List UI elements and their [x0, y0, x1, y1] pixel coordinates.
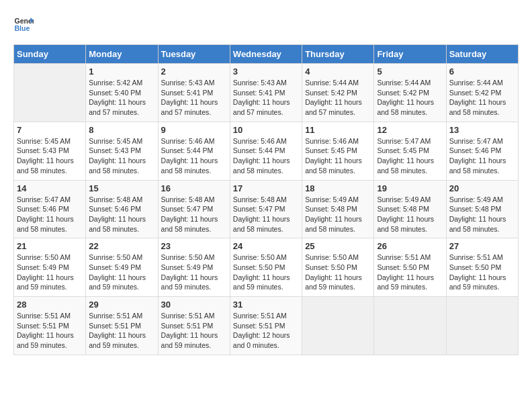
day-number: 26 — [377, 241, 443, 251]
day-info: Sunrise: 5:43 AM Sunset: 5:41 PM Dayligh… — [233, 78, 299, 118]
day-info: Sunrise: 5:48 AM Sunset: 5:47 PM Dayligh… — [161, 195, 227, 234]
day-number: 23 — [161, 241, 227, 251]
calendar-cell: 28Sunrise: 5:51 AM Sunset: 5:51 PM Dayli… — [14, 297, 86, 355]
day-number: 20 — [449, 183, 515, 193]
day-number: 18 — [305, 183, 371, 193]
calendar-cell: 10Sunrise: 5:46 AM Sunset: 5:44 PM Dayli… — [230, 122, 302, 180]
day-info: Sunrise: 5:50 AM Sunset: 5:49 PM Dayligh… — [17, 253, 83, 292]
day-info: Sunrise: 5:51 AM Sunset: 5:51 PM Dayligh… — [17, 311, 83, 351]
day-number: 7 — [17, 125, 83, 135]
day-info: Sunrise: 5:46 AM Sunset: 5:45 PM Dayligh… — [305, 136, 371, 176]
day-info: Sunrise: 5:50 AM Sunset: 5:50 PM Dayligh… — [305, 253, 371, 292]
day-info: Sunrise: 5:45 AM Sunset: 5:43 PM Dayligh… — [17, 136, 83, 176]
calendar-header-row: SundayMondayTuesdayWednesdayThursdayFrid… — [14, 45, 519, 64]
calendar-cell: 24Sunrise: 5:50 AM Sunset: 5:50 PM Dayli… — [230, 238, 302, 297]
calendar-cell: 5Sunrise: 5:44 AM Sunset: 5:42 PM Daylig… — [374, 64, 446, 122]
calendar-cell: 20Sunrise: 5:49 AM Sunset: 5:48 PM Dayli… — [446, 180, 518, 238]
day-info: Sunrise: 5:49 AM Sunset: 5:48 PM Dayligh… — [305, 195, 371, 234]
header-friday: Friday — [374, 45, 446, 64]
calendar-cell: 16Sunrise: 5:48 AM Sunset: 5:47 PM Dayli… — [158, 180, 230, 238]
day-number: 29 — [89, 300, 154, 310]
day-number: 9 — [161, 125, 227, 135]
svg-text:Blue: Blue — [15, 24, 30, 32]
calendar-cell: 1Sunrise: 5:42 AM Sunset: 5:40 PM Daylig… — [86, 64, 158, 122]
calendar-cell: 4Sunrise: 5:44 AM Sunset: 5:42 PM Daylig… — [302, 64, 374, 122]
day-info: Sunrise: 5:50 AM Sunset: 5:49 PM Dayligh… — [161, 253, 227, 292]
header-sunday: Sunday — [14, 45, 86, 64]
day-number: 12 — [377, 125, 443, 135]
day-number: 17 — [233, 183, 299, 193]
calendar-cell: 3Sunrise: 5:43 AM Sunset: 5:41 PM Daylig… — [230, 64, 302, 122]
calendar-cell: 9Sunrise: 5:46 AM Sunset: 5:44 PM Daylig… — [158, 122, 230, 180]
day-info: Sunrise: 5:43 AM Sunset: 5:41 PM Dayligh… — [161, 78, 227, 118]
day-number: 10 — [233, 125, 299, 135]
day-number: 2 — [161, 66, 227, 77]
day-number: 5 — [377, 66, 443, 77]
day-info: Sunrise: 5:51 AM Sunset: 5:51 PM Dayligh… — [161, 311, 227, 351]
day-info: Sunrise: 5:48 AM Sunset: 5:46 PM Dayligh… — [89, 195, 154, 234]
day-info: Sunrise: 5:46 AM Sunset: 5:44 PM Dayligh… — [161, 136, 227, 176]
header-thursday: Thursday — [302, 45, 374, 64]
calendar-cell: 6Sunrise: 5:44 AM Sunset: 5:42 PM Daylig… — [446, 64, 518, 122]
day-info: Sunrise: 5:51 AM Sunset: 5:50 PM Dayligh… — [377, 253, 443, 292]
day-number: 13 — [449, 125, 515, 135]
calendar-cell: 7Sunrise: 5:45 AM Sunset: 5:43 PM Daylig… — [14, 122, 86, 180]
day-info: Sunrise: 5:47 AM Sunset: 5:46 PM Dayligh… — [449, 136, 515, 176]
day-number: 14 — [17, 183, 83, 193]
day-number: 28 — [17, 300, 83, 310]
day-info: Sunrise: 5:50 AM Sunset: 5:50 PM Dayligh… — [233, 253, 299, 292]
calendar-cell: 13Sunrise: 5:47 AM Sunset: 5:46 PM Dayli… — [446, 122, 518, 180]
day-info: Sunrise: 5:47 AM Sunset: 5:46 PM Dayligh… — [17, 195, 83, 234]
day-number: 22 — [89, 241, 154, 251]
day-info: Sunrise: 5:44 AM Sunset: 5:42 PM Dayligh… — [377, 78, 443, 118]
day-info: Sunrise: 5:48 AM Sunset: 5:47 PM Dayligh… — [233, 195, 299, 234]
day-info: Sunrise: 5:51 AM Sunset: 5:50 PM Dayligh… — [449, 253, 515, 292]
day-number: 27 — [449, 241, 515, 251]
header-saturday: Saturday — [446, 45, 518, 64]
day-info: Sunrise: 5:51 AM Sunset: 5:51 PM Dayligh… — [89, 311, 154, 351]
calendar-cell: 11Sunrise: 5:46 AM Sunset: 5:45 PM Dayli… — [302, 122, 374, 180]
header-monday: Monday — [86, 45, 158, 64]
calendar-cell: 8Sunrise: 5:45 AM Sunset: 5:43 PM Daylig… — [86, 122, 158, 180]
day-info: Sunrise: 5:49 AM Sunset: 5:48 PM Dayligh… — [449, 195, 515, 234]
calendar-cell — [302, 297, 374, 355]
day-info: Sunrise: 5:42 AM Sunset: 5:40 PM Dayligh… — [89, 78, 154, 118]
calendar-cell: 17Sunrise: 5:48 AM Sunset: 5:47 PM Dayli… — [230, 180, 302, 238]
calendar-week-3: 14Sunrise: 5:47 AM Sunset: 5:46 PM Dayli… — [14, 180, 519, 238]
day-info: Sunrise: 5:49 AM Sunset: 5:48 PM Dayligh… — [377, 195, 443, 234]
day-number: 1 — [89, 66, 154, 77]
day-number: 11 — [305, 125, 371, 135]
day-info: Sunrise: 5:44 AM Sunset: 5:42 PM Dayligh… — [305, 78, 371, 118]
calendar-cell — [374, 297, 446, 355]
day-info: Sunrise: 5:51 AM Sunset: 5:51 PM Dayligh… — [233, 311, 299, 351]
calendar-cell: 25Sunrise: 5:50 AM Sunset: 5:50 PM Dayli… — [302, 238, 374, 297]
calendar-cell: 23Sunrise: 5:50 AM Sunset: 5:49 PM Dayli… — [158, 238, 230, 297]
calendar-cell: 31Sunrise: 5:51 AM Sunset: 5:51 PM Dayli… — [230, 297, 302, 355]
calendar-cell: 15Sunrise: 5:48 AM Sunset: 5:46 PM Dayli… — [86, 180, 158, 238]
day-number: 4 — [305, 66, 371, 77]
day-number: 30 — [161, 300, 227, 310]
calendar-cell: 30Sunrise: 5:51 AM Sunset: 5:51 PM Dayli… — [158, 297, 230, 355]
calendar-cell: 2Sunrise: 5:43 AM Sunset: 5:41 PM Daylig… — [158, 64, 230, 122]
day-number: 21 — [17, 241, 83, 251]
logo: General Blue — [13, 13, 34, 34]
header-wednesday: Wednesday — [230, 45, 302, 64]
calendar-week-5: 28Sunrise: 5:51 AM Sunset: 5:51 PM Dayli… — [14, 297, 519, 355]
calendar-cell: 22Sunrise: 5:50 AM Sunset: 5:49 PM Dayli… — [86, 238, 158, 297]
day-number: 8 — [89, 125, 154, 135]
day-number: 19 — [377, 183, 443, 193]
calendar-week-1: 1Sunrise: 5:42 AM Sunset: 5:40 PM Daylig… — [14, 64, 519, 122]
calendar-cell: 21Sunrise: 5:50 AM Sunset: 5:49 PM Dayli… — [14, 238, 86, 297]
calendar-cell: 12Sunrise: 5:47 AM Sunset: 5:45 PM Dayli… — [374, 122, 446, 180]
calendar-table: SundayMondayTuesdayWednesdayThursdayFrid… — [13, 44, 519, 355]
calendar-body: 1Sunrise: 5:42 AM Sunset: 5:40 PM Daylig… — [14, 64, 519, 355]
day-info: Sunrise: 5:50 AM Sunset: 5:49 PM Dayligh… — [89, 253, 154, 292]
day-number: 15 — [89, 183, 154, 193]
page-header: General Blue — [13, 13, 519, 34]
day-number: 24 — [233, 241, 299, 251]
calendar-cell: 18Sunrise: 5:49 AM Sunset: 5:48 PM Dayli… — [302, 180, 374, 238]
day-info: Sunrise: 5:47 AM Sunset: 5:45 PM Dayligh… — [377, 136, 443, 176]
day-number: 16 — [161, 183, 227, 193]
day-number: 31 — [233, 300, 299, 310]
calendar-cell — [14, 64, 86, 122]
